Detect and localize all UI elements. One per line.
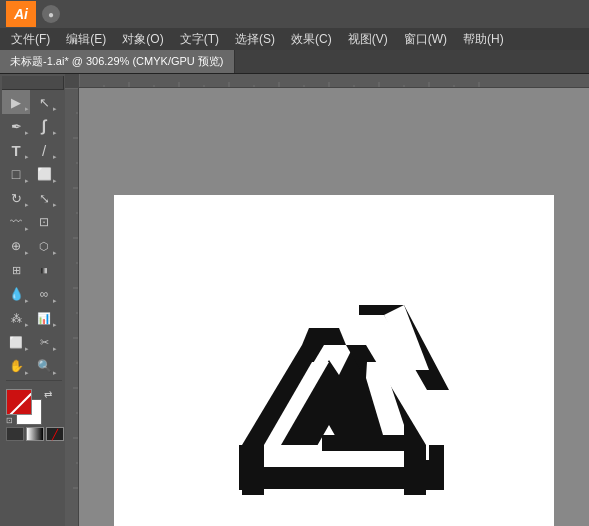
reset-colors-icon[interactable]: ⊡ (6, 416, 13, 425)
blend-tool[interactable]: ∞ ▸ (30, 282, 58, 306)
tool-row-4: □ ▸ ⬜ ▸ (2, 162, 63, 186)
canvas-area[interactable] (79, 88, 589, 526)
tool-arrow: ▸ (25, 153, 29, 161)
rotate-icon: ↻ (11, 191, 22, 206)
hand-icon: ✋ (9, 359, 24, 373)
menu-view[interactable]: 视图(V) (341, 29, 395, 50)
artboard-icon: ⬜ (9, 336, 23, 349)
tool-arrow: ▸ (25, 177, 29, 185)
free-transform-tool[interactable]: ⊡ (30, 210, 58, 234)
tool-arrow: ▸ (25, 129, 29, 137)
tool-separator (6, 380, 62, 381)
mesh-tool[interactable]: ⊞ (2, 258, 30, 282)
artboard-tool[interactable]: ⬜ ▸ (2, 330, 30, 354)
tool-row-12: ✋ ▸ 🔍 ▸ (2, 354, 63, 378)
svg-rect-0 (79, 74, 589, 88)
foreground-swatch[interactable] (6, 389, 32, 415)
menu-effect[interactable]: 效果(C) (284, 29, 339, 50)
zoom-tool[interactable]: 🔍 ▸ (30, 354, 58, 378)
tool-arrow: ▸ (25, 201, 29, 209)
warp-tool[interactable]: 〰 ▸ (2, 210, 30, 234)
zoom-icon: 🔍 (37, 359, 52, 373)
menu-bar: 文件(F) 编辑(E) 对象(O) 文字(T) 选择(S) 效果(C) 视图(V… (0, 28, 589, 50)
no-fill-slash: ╱ (52, 429, 58, 440)
tool-arrow: ▸ (53, 345, 57, 353)
perspective-tool[interactable]: ⬡ ▸ (30, 234, 58, 258)
symbol-sprayer-tool[interactable]: ⁂ ▸ (2, 306, 30, 330)
rotate-tool[interactable]: ↻ ▸ (2, 186, 30, 210)
perspective-icon: ⬡ (39, 240, 49, 253)
pen-icon: ✒ (11, 119, 22, 134)
color-mode-icons: ╱ (6, 427, 64, 441)
window-control[interactable]: ● (42, 5, 60, 23)
svg-rect-38 (242, 467, 426, 489)
ruler-horizontal (79, 74, 589, 88)
menu-edit[interactable]: 编辑(E) (59, 29, 113, 50)
canvas-with-rulers (65, 74, 589, 526)
type-icon: T (11, 142, 20, 159)
eraser-icon: ⬜ (37, 167, 52, 181)
rectangle-tool[interactable]: □ ▸ (2, 162, 30, 186)
menu-help[interactable]: 帮助(H) (456, 29, 511, 50)
gradient-tool[interactable]: ■ (30, 258, 58, 282)
ruler-vertical (65, 88, 79, 526)
tool-arrow: ▸ (25, 105, 29, 113)
symbol-sprayer-icon: ⁂ (11, 312, 22, 325)
eyedropper-tool[interactable]: 💧 ▸ (2, 282, 30, 306)
app-logo: Ai (6, 1, 36, 27)
tool-arrow: ▸ (53, 369, 57, 377)
tool-arrow: ▸ (53, 297, 57, 305)
line-tool[interactable]: / ▸ (30, 138, 58, 162)
ruler-corner (65, 74, 79, 88)
hand-tool[interactable]: ✋ ▸ (2, 354, 30, 378)
no-fill-icon[interactable]: ╱ (46, 427, 64, 441)
menu-window[interactable]: 窗口(W) (397, 29, 454, 50)
tool-row-1: ▶ ▸ ↖ ▸ (2, 90, 63, 114)
shape-builder-tool[interactable]: ⊕ ▸ (2, 234, 30, 258)
selection-tool[interactable]: ▶ ▸ (2, 90, 30, 114)
warp-icon: 〰 (10, 215, 22, 229)
menu-object[interactable]: 对象(O) (115, 29, 170, 50)
pen-tool[interactable]: ✒ ▸ (2, 114, 30, 138)
scale-tool[interactable]: ⤡ ▸ (30, 186, 58, 210)
direct-selection-icon: ↖ (39, 95, 50, 110)
type-tool[interactable]: T ▸ (2, 138, 30, 162)
gradient-fill-icon[interactable] (26, 427, 44, 441)
tool-row-11: ⬜ ▸ ✂ ▸ (2, 330, 63, 354)
gradient-icon: ■ (41, 264, 48, 276)
selection-icon: ▶ (11, 95, 21, 110)
main-layout: ▶ ▸ ↖ ▸ ✒ ▸ ∫ ▸ T ▸ / (0, 74, 589, 526)
shape-builder-icon: ⊕ (11, 239, 21, 253)
column-graph-tool[interactable]: 📊 ▸ (30, 306, 58, 330)
svg-rect-18 (65, 88, 79, 526)
tool-arrow: ▸ (53, 177, 57, 185)
logo-text: Ai (14, 6, 28, 22)
mesh-icon: ⊞ (12, 264, 21, 277)
tool-row-5: ↻ ▸ ⤡ ▸ (2, 186, 63, 210)
color-swatches[interactable]: ⇄ ⊡ (6, 389, 52, 425)
direct-selection-tool[interactable]: ↖ ▸ (30, 90, 58, 114)
tool-arrow: ▸ (53, 105, 57, 113)
tool-arrow: ▸ (25, 369, 29, 377)
swap-colors-icon[interactable]: ⇄ (44, 389, 52, 400)
curvature-icon: ∫ (42, 117, 46, 135)
tool-row-2: ✒ ▸ ∫ ▸ (2, 114, 63, 138)
menu-file[interactable]: 文件(F) (4, 29, 57, 50)
document-tab[interactable]: 未标题-1.ai* @ 306.29% (CMYK/GPU 预览) (0, 50, 235, 73)
slice-tool[interactable]: ✂ ▸ (30, 330, 58, 354)
svg-marker-46 (384, 305, 429, 370)
fill-icon[interactable] (6, 427, 24, 441)
line-icon: / (42, 142, 46, 159)
color-area: ⇄ ⊡ ╱ (2, 387, 68, 443)
curvature-tool[interactable]: ∫ ▸ (30, 114, 58, 138)
eraser-tool[interactable]: ⬜ ▸ (30, 162, 58, 186)
artboard (114, 195, 554, 527)
canvas-row (65, 88, 589, 526)
tool-arrow: ▸ (53, 153, 57, 161)
tool-row-10: ⁂ ▸ 📊 ▸ (2, 306, 63, 330)
menu-type[interactable]: 文字(T) (173, 29, 226, 50)
menu-select[interactable]: 选择(S) (228, 29, 282, 50)
scale-icon: ⤡ (39, 191, 50, 206)
free-transform-icon: ⊡ (39, 215, 49, 229)
svg-rect-47 (322, 435, 404, 451)
